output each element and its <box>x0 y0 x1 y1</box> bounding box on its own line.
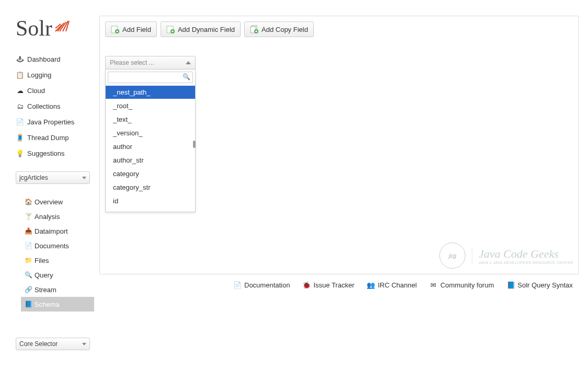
footer-icon: 📄 <box>233 281 242 289</box>
footer-label: IRC Channel <box>378 281 416 289</box>
content-box: Add Field Add Dynamic Field Add Copy Fie… <box>99 16 579 274</box>
watermark-title: Java Code Geeks <box>479 247 573 261</box>
footer-link-community-forum[interactable]: ✉Community forum <box>429 281 494 289</box>
subnav-label: Dataimport <box>35 227 68 235</box>
subnav-icon: 🔍 <box>24 271 32 279</box>
subnav-item-schema[interactable]: 📘Schema <box>21 297 94 312</box>
nav-label: Cloud <box>27 87 45 95</box>
add-dynamic-field-label: Add Dynamic Field <box>178 26 235 33</box>
subnav-label: Stream <box>35 286 56 294</box>
footer-icon: 🐞 <box>302 281 311 289</box>
field-dropdown-placeholder: Please select ... <box>110 59 154 66</box>
field-option[interactable]: _text_ <box>106 112 195 126</box>
app-name: Solr <box>16 16 52 40</box>
nav-icon: ☁ <box>16 86 24 95</box>
core-subnav: 🏠Overview🍸Analysis📥Dataimport📄Documents📁… <box>0 191 94 322</box>
nav-item-cloud[interactable]: ☁Cloud <box>16 83 94 98</box>
subnav-item-analysis[interactable]: 🍸Analysis <box>24 209 94 224</box>
field-search-input[interactable] <box>108 72 193 83</box>
add-dynamic-field-button[interactable]: Add Dynamic Field <box>161 21 241 37</box>
field-option[interactable]: _version_ <box>106 126 195 140</box>
nav-item-java-properties[interactable]: 📄Java Properties <box>16 114 94 130</box>
nav-label: Java Properties <box>27 118 74 126</box>
subnav-item-overview[interactable]: 🏠Overview <box>24 194 94 209</box>
subnav-label: Query <box>35 271 53 279</box>
footer-icon: 👥 <box>367 281 375 289</box>
footer-link-issue-tracker[interactable]: 🐞Issue Tracker <box>302 281 354 289</box>
add-field-button[interactable]: Add Field <box>105 21 157 37</box>
nav-icon: 🕹 <box>16 55 24 63</box>
field-dropdown: Please select ... 🔍 _nest_path__root__te… <box>105 56 196 212</box>
nav-item-collections[interactable]: 🗂Collections <box>16 98 94 114</box>
add-copy-field-label: Add Copy Field <box>262 26 308 33</box>
subnav-item-query[interactable]: 🔍Query <box>24 268 94 282</box>
subnav-icon: 📁 <box>24 256 32 264</box>
nav-label: Thread Dump <box>27 134 69 142</box>
subnav-icon: 📄 <box>24 241 32 250</box>
core-selector-dropdown[interactable]: jcgArticles <box>16 171 90 184</box>
subnav-label: Overview <box>35 198 63 206</box>
subnav-item-files[interactable]: 📁Files <box>24 253 94 268</box>
nav-label: Dashboard <box>27 55 61 63</box>
footer-link-irc-channel[interactable]: 👥IRC Channel <box>367 281 416 289</box>
subnav-label: Files <box>35 257 49 264</box>
field-option[interactable]: author_str <box>106 153 195 167</box>
nav-icon: 📄 <box>16 118 24 126</box>
schema-toolbar: Add Field Add Dynamic Field Add Copy Fie… <box>105 21 573 37</box>
subnav-item-documents[interactable]: 📄Documents <box>24 238 94 253</box>
subnav-icon: 📘 <box>24 300 32 308</box>
nav-item-suggestions[interactable]: 💡Suggestions <box>16 145 94 161</box>
field-option[interactable]: _nest_path_ <box>106 85 195 99</box>
field-option[interactable]: id <box>106 194 195 207</box>
footer-link-documentation[interactable]: 📄Documentation <box>233 281 290 289</box>
subnav-icon: 📥 <box>24 227 32 235</box>
add-copy-field-button[interactable]: Add Copy Field <box>244 21 314 37</box>
nav-icon: 📋 <box>16 71 24 79</box>
field-dropdown-toggle[interactable]: Please select ... <box>105 56 196 70</box>
add-field-label: Add Field <box>122 26 151 33</box>
add-copy-field-icon <box>250 25 258 33</box>
add-field-icon <box>111 25 119 33</box>
subnav-label: Documents <box>35 242 69 250</box>
search-icon: 🔍 <box>183 73 190 80</box>
scrollbar-thumb[interactable] <box>193 141 196 148</box>
core-selector-placeholder: Core Selector <box>19 340 58 348</box>
subnav-label: Analysis <box>35 213 60 221</box>
footer-icon: 📘 <box>507 281 515 289</box>
chevron-down-icon <box>82 343 86 345</box>
nav-item-thread-dump[interactable]: 🧵Thread Dump <box>16 130 94 145</box>
jcg-badge-icon: jcg <box>439 243 466 269</box>
nav-item-logging[interactable]: 📋Logging <box>16 67 94 83</box>
subnav-icon: 🏠 <box>24 198 32 206</box>
nav-label: Logging <box>27 71 51 79</box>
subnav-item-dataimport[interactable]: 📥Dataimport <box>24 224 94 238</box>
nav-label: Collections <box>27 102 61 110</box>
core-selector-secondary[interactable]: Core Selector <box>16 338 90 350</box>
field-option[interactable]: published <box>106 207 195 212</box>
footer-icon: ✉ <box>429 281 438 289</box>
main-nav: 🕹Dashboard📋Logging☁Cloud🗂Collections📄Jav… <box>0 51 94 171</box>
add-dynamic-field-icon <box>166 25 175 33</box>
nav-item-dashboard[interactable]: 🕹Dashboard <box>16 51 94 67</box>
watermark-subtitle: JAVA 2 JAVA DEVELOPERS RESOURCE CENTER <box>479 261 573 264</box>
footer-label: Issue Tracker <box>313 281 354 289</box>
field-option[interactable]: author <box>106 140 195 153</box>
field-option-list[interactable]: _nest_path__root__text__version_authorau… <box>106 85 195 212</box>
footer-label: Documentation <box>244 281 290 289</box>
footer-label: Solr Query Syntax <box>518 281 573 289</box>
subnav-label: Schema <box>35 301 60 308</box>
solr-sun-icon <box>54 16 71 34</box>
field-option[interactable]: _root_ <box>106 99 195 112</box>
subnav-icon: 🔗 <box>24 285 32 294</box>
footer-label: Community forum <box>440 281 494 289</box>
field-option[interactable]: category_str <box>106 180 195 194</box>
field-dropdown-panel: 🔍 _nest_path__root__text__version_author… <box>105 70 196 212</box>
chevron-down-icon <box>82 177 86 179</box>
nav-icon: 🗂 <box>16 102 24 110</box>
nav-icon: 💡 <box>16 149 24 157</box>
footer-links: 📄Documentation🐞Issue Tracker👥IRC Channel… <box>99 281 579 295</box>
field-option[interactable]: category <box>106 167 195 180</box>
subnav-item-stream[interactable]: 🔗Stream <box>24 282 94 297</box>
subnav-icon: 🍸 <box>24 212 32 221</box>
footer-link-solr-query-syntax[interactable]: 📘Solr Query Syntax <box>507 281 573 289</box>
